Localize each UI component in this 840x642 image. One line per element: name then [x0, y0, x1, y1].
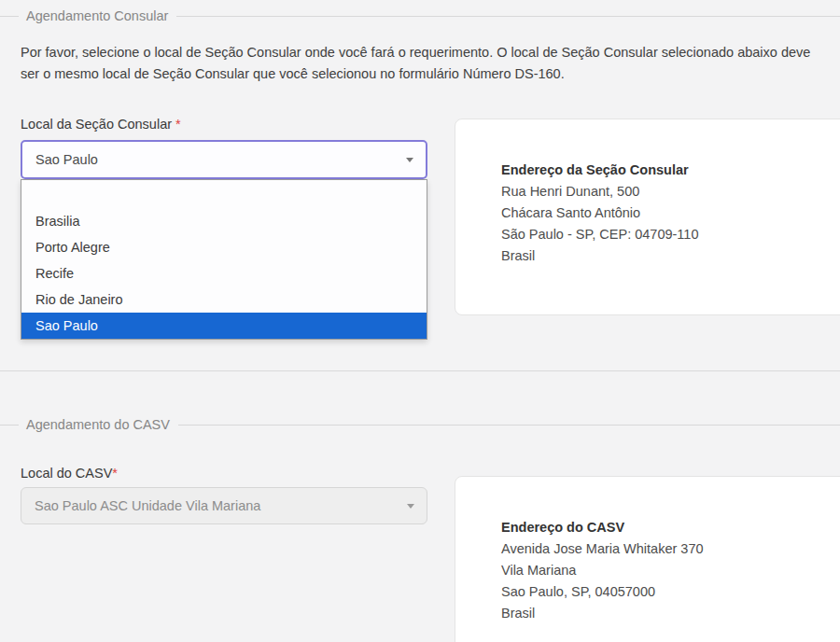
legend-line-left	[0, 425, 19, 426]
address-line: Vila Mariana	[501, 560, 840, 581]
legend-line-left	[0, 16, 19, 17]
casv-address-card: Endereço do CASV Avenida Jose Maria Whit…	[455, 476, 840, 642]
address-line: Avenida Jose Maria Whitaker 370	[501, 538, 840, 560]
legend-line-right	[178, 425, 840, 426]
consular-location-selected-value: Sao Paulo	[35, 152, 398, 167]
consular-address-lines: Rua Henri Dunant, 500Chácara Santo Antôn…	[501, 181, 840, 267]
address-line: Rua Henri Dunant, 500	[501, 181, 840, 202]
casv-location-selected-value: Sao Paulo ASC Unidade Vila Mariana	[35, 498, 399, 513]
dropdown-option[interactable]: Recife	[21, 260, 427, 286]
dropdown-option[interactable]	[21, 180, 427, 208]
legend-line-right	[176, 16, 840, 17]
consular-instructions: Por favor, selecione o local de Seção Co…	[21, 42, 821, 85]
consular-section-legend: Agendamento Consular	[0, 7, 840, 24]
dropdown-option[interactable]: Porto Alegre	[21, 234, 427, 260]
chevron-down-icon	[407, 504, 414, 509]
address-line: Brasil	[501, 245, 840, 267]
casv-location-select: Sao Paulo ASC Unidade Vila Mariana	[21, 487, 427, 524]
casv-address-lines: Avenida Jose Maria Whitaker 370Vila Mari…	[501, 538, 840, 624]
required-asterisk: *	[112, 466, 118, 481]
dropdown-option[interactable]: Brasilia	[21, 208, 427, 234]
appointment-location-page: Agendamento Consular Por favor, selecion…	[0, 0, 840, 642]
casv-section-legend: Agendamento do CASV	[0, 416, 840, 433]
consular-address-title: Endereço da Seção Consular	[501, 160, 840, 181]
consular-address-card: Endereço da Seção Consular Rua Henri Dun…	[455, 119, 840, 315]
casv-location-label: Local do CASV*	[21, 466, 118, 481]
address-line: Brasil	[501, 603, 840, 624]
dropdown-option[interactable]: Rio de Janeiro	[21, 286, 427, 313]
consular-location-dropdown: BrasiliaPorto AlegreRecifeRio de Janeiro…	[21, 179, 427, 340]
consular-location-label: Local da Seção Consular *	[21, 117, 181, 132]
chevron-down-icon	[406, 158, 413, 162]
address-line: São Paulo - SP, CEP: 04709-110	[501, 224, 840, 245]
address-line: Sao Paulo, SP, 04057000	[501, 581, 840, 603]
consular-section-title: Agendamento Consular	[19, 8, 176, 23]
dropdown-option[interactable]: Sao Paulo	[21, 313, 427, 339]
casv-section-title: Agendamento do CASV	[19, 417, 178, 432]
required-asterisk: *	[175, 117, 181, 132]
casv-address-title: Endereço do CASV	[501, 517, 840, 538]
address-line: Chácara Santo Antônio	[501, 202, 840, 224]
consular-location-select[interactable]: Sao Paulo	[21, 140, 427, 179]
section-divider	[0, 370, 840, 371]
